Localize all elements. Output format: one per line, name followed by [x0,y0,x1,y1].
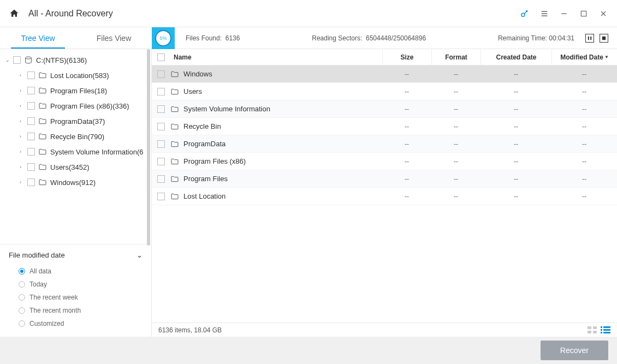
column-name[interactable]: Name [165,49,382,65]
filter-option[interactable]: The recent month [9,304,143,317]
chevron-right-icon[interactable]: › [20,73,27,78]
svg-rect-11 [603,326,610,328]
chevron-right-icon[interactable]: › [20,118,27,124]
svg-rect-12 [601,329,602,331]
svg-point-0 [521,13,525,16]
table-row[interactable]: System Volume Information-------- [152,100,617,118]
tree-node-label: Program Files (x86)(336) [50,102,129,110]
chevron-right-icon[interactable]: › [20,180,27,185]
folder-icon [170,105,179,114]
tree-node[interactable]: ›Lost Location(583) [0,68,151,83]
radio[interactable] [19,320,25,327]
tree-node[interactable]: ›Program Files (x86)(336) [0,98,151,114]
tab-files-view[interactable]: Files View [76,27,152,49]
stop-button[interactable] [600,34,608,43]
checkbox[interactable] [27,163,35,171]
list-view-icon[interactable] [601,326,610,334]
chevron-right-icon[interactable]: › [20,164,27,170]
chevron-right-icon[interactable]: › [20,88,27,93]
tree-node[interactable]: ›ProgramData(37) [0,114,151,129]
table-row[interactable]: Program Files (x86)-------- [152,153,617,170]
checkbox[interactable] [157,105,165,113]
table-row[interactable]: Recycle Bin-------- [152,118,617,135]
column-modified[interactable]: Modified Date▼ [551,49,617,65]
chevron-right-icon[interactable]: › [20,149,27,154]
grid-view-icon[interactable] [588,326,597,334]
file-format: -- [431,140,480,148]
table-row[interactable]: Windows-------- [152,65,617,83]
radio[interactable] [19,307,25,314]
column-created[interactable]: Created Date [480,49,551,65]
tree-node[interactable]: ›Program Files(18) [0,83,151,98]
svg-rect-9 [593,331,597,333]
tree-node-label: Windows(912) [50,178,96,187]
checkbox[interactable] [157,70,165,78]
minimize-button[interactable] [559,9,569,19]
filter-option[interactable]: Today [9,278,143,291]
svg-rect-15 [603,332,610,333]
pause-button[interactable] [585,34,594,43]
file-size: -- [382,70,431,78]
table-row[interactable]: Lost Location-------- [152,188,617,205]
filter-option[interactable]: The recent week [9,291,143,304]
table-row[interactable]: ProgramData-------- [152,135,617,153]
column-format[interactable]: Format [431,49,480,65]
checkbox[interactable] [27,178,35,186]
folder-icon [38,71,47,80]
chevron-right-icon[interactable]: › [20,134,27,139]
file-size: -- [382,88,431,96]
checkbox[interactable] [27,102,35,110]
filter-option-label: Today [29,281,47,288]
filter-header[interactable]: File modified date ⌄ [9,251,143,259]
radio[interactable] [19,268,25,275]
tree-node[interactable]: ›System Volume Information(6 [0,144,151,159]
file-modified: -- [551,105,617,113]
tree-node-label: ProgramData(37) [50,117,105,126]
checkbox[interactable] [157,140,165,148]
tree-node-label: Program Files(18) [50,87,107,95]
folder-icon [38,147,47,156]
table-row[interactable]: Program Files-------- [152,170,617,188]
recover-button[interactable]: Recover [541,341,608,360]
menu-icon[interactable] [539,9,549,19]
tree-root[interactable]: ⌄ C:(NTFS)(6136) [0,52,151,68]
chevron-right-icon[interactable]: › [20,103,27,109]
column-size[interactable]: Size [382,49,431,65]
checkbox[interactable] [27,71,35,79]
checkbox[interactable] [13,56,21,64]
checkbox[interactable] [157,158,165,165]
file-created: -- [480,105,551,113]
close-button[interactable] [598,9,608,19]
radio[interactable] [19,294,25,301]
checkbox[interactable] [157,88,165,96]
checkbox[interactable] [157,175,165,183]
checkbox[interactable] [27,87,35,94]
folder-icon [170,87,179,96]
checkbox[interactable] [27,148,35,156]
filter-option[interactable]: All data [9,265,143,278]
checkbox[interactable] [27,133,35,140]
tab-tree-view[interactable]: Tree View [0,27,76,49]
app-title: All - Around Recovery [28,9,520,19]
chevron-down-icon[interactable]: ⌄ [5,57,13,63]
titlebar: All - Around Recovery [0,0,617,27]
scrollbar[interactable] [147,49,150,244]
svg-rect-7 [593,326,597,329]
checkbox[interactable] [27,117,35,125]
tree-node[interactable]: ›Windows(912) [0,175,151,190]
home-icon[interactable] [9,8,20,19]
tree-node[interactable]: ›Recycle Bin(790) [0,129,151,144]
checkbox[interactable] [157,123,165,130]
select-all-checkbox[interactable] [157,53,165,61]
radio[interactable] [19,281,25,288]
reading-sectors: Reading Sectors: 6504448/250064896 [312,34,426,42]
table-row[interactable]: Users-------- [152,83,617,100]
filter-option[interactable]: Customized [9,317,143,330]
key-icon[interactable] [520,9,530,19]
svg-rect-13 [603,329,610,331]
checkbox[interactable] [157,193,165,200]
file-created: -- [480,175,551,183]
file-created: -- [480,88,551,96]
maximize-button[interactable] [579,9,589,19]
tree-node[interactable]: ›Users(3452) [0,159,151,175]
